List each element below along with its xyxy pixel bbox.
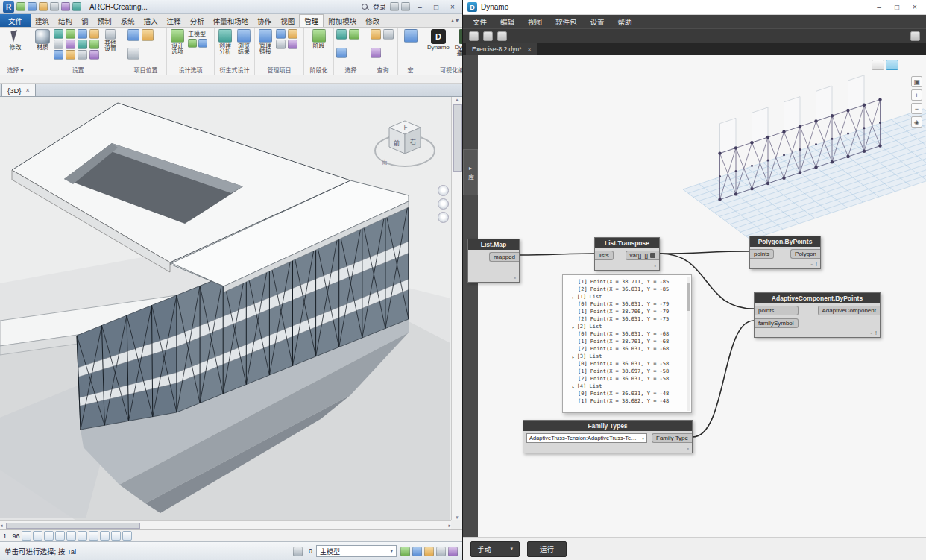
undo-icon[interactable]	[50, 2, 59, 11]
scroll-right-icon[interactable]: ▸	[448, 523, 451, 529]
node-header[interactable]: List.Map	[468, 239, 519, 250]
use-levels-icon[interactable]	[650, 253, 655, 258]
app-menu-icon[interactable]: R	[3, 1, 14, 13]
output-port-mapped[interactable]: mapped	[489, 252, 519, 262]
close-tab-icon[interactable]: ×	[528, 46, 532, 53]
output-port-family-type[interactable]: Family Type	[652, 433, 692, 443]
print-icon[interactable]	[72, 2, 81, 11]
menu-设置[interactable]: 设置	[584, 15, 611, 28]
project-information-icon[interactable]	[78, 29, 87, 39]
menu-文件[interactable]: 文件	[466, 15, 494, 28]
purge-unused-icon[interactable]	[89, 40, 99, 49]
zoom-button[interactable]	[438, 198, 449, 210]
panel-label-macros[interactable]: 宏	[398, 66, 423, 75]
panel-schedule-templates-icon[interactable]	[89, 50, 99, 60]
visual-style-icon[interactable]	[33, 531, 42, 541]
expand-arrow-icon[interactable]: ▸	[572, 324, 575, 330]
horizontal-scrollbar[interactable]: ◂ ▸	[0, 520, 451, 529]
position-icon[interactable]	[127, 48, 139, 60]
open-file-icon[interactable]	[483, 31, 493, 41]
modify-button[interactable]: 修改	[7, 29, 25, 51]
workspace-tab[interactable]: Exercise-8.2.dyn* ×	[466, 43, 537, 55]
save-icon[interactable]	[28, 2, 37, 11]
panel-label-phasing[interactable]: 阶段化	[304, 66, 333, 75]
node-header[interactable]: Polygon.ByPoints	[750, 236, 820, 247]
ribbon-tab-体量和场地[interactable]: 体量和场地	[209, 14, 253, 27]
coordinates-icon[interactable]	[142, 29, 154, 41]
node-polygon-bypoints[interactable]: Polygon.ByPoints points Polygon ▫!	[749, 236, 821, 269]
input-port-familysymbol[interactable]: familySymbol	[755, 318, 799, 328]
search-icon[interactable]	[361, 3, 369, 11]
panel-label-project-location[interactable]: 项目位置	[125, 66, 166, 75]
panel-label-inquiry[interactable]: 查询	[368, 66, 397, 75]
node-header[interactable]: Family Types	[523, 421, 692, 431]
pan-button[interactable]: ◈	[911, 116, 922, 128]
show-constraints-icon[interactable]	[122, 531, 132, 541]
object-styles-icon[interactable]	[54, 29, 63, 39]
view-tab-3d[interactable]: {3D} ×	[1, 84, 36, 96]
manage-links-button[interactable]: 管理 链接	[257, 29, 274, 56]
panel-label-manage-project[interactable]: 管理项目	[255, 66, 303, 75]
panel-label-design-options[interactable]: 设计选项	[167, 66, 214, 75]
scrollbar-thumb[interactable]	[6, 523, 140, 529]
ribbon-tab-钢[interactable]: 钢	[77, 14, 93, 27]
dynamo-button[interactable]: Dynamo	[426, 29, 451, 51]
scroll-up-icon[interactable]: ▴	[456, 97, 459, 103]
transfer-project-standards-icon[interactable]	[78, 40, 87, 49]
editable-only-icon[interactable]	[412, 547, 422, 556]
manage-images-icon[interactable]	[276, 40, 286, 49]
materials-button[interactable]: 材质	[34, 29, 51, 51]
pick-to-edit-icon[interactable]	[198, 39, 207, 48]
menu-编辑[interactable]: 编辑	[494, 15, 521, 28]
node-list-map[interactable]: List.Map mapped ▫	[467, 239, 520, 283]
decal-types-icon[interactable]	[276, 29, 286, 39]
global-parameters-icon[interactable]	[66, 40, 75, 49]
viewcube[interactable]: 上 前 右 南	[371, 110, 438, 182]
exclude-options-icon[interactable]	[424, 547, 434, 556]
phases-button[interactable]: 阶段	[311, 29, 327, 49]
reveal-hidden-elements-icon[interactable]	[100, 531, 110, 541]
zoom-out-button[interactable]: −	[911, 103, 922, 114]
zoom-fit-button[interactable]: ▣	[911, 76, 922, 87]
ribbon-tab-结构[interactable]: 结构	[54, 14, 77, 27]
temporary-hide-isolate-icon[interactable]	[89, 531, 98, 541]
expand-arrow-icon[interactable]: ▸	[572, 354, 575, 359]
shared-parameters-icon[interactable]	[54, 40, 63, 49]
vertical-scrollbar[interactable]: ▴ ▾	[451, 97, 462, 520]
family-type-dropdown[interactable]: AdaptiveTruss-Tension:AdaptiveTruss-Tens…	[526, 433, 647, 443]
scrollbar-thumb[interactable]	[453, 104, 462, 172]
previous-view-button[interactable]	[438, 212, 449, 223]
mep-settings-icon[interactable]	[78, 50, 87, 60]
select-by-id-icon[interactable]	[383, 29, 394, 40]
minimize-button[interactable]: –	[872, 1, 886, 13]
graph-view-button[interactable]	[886, 60, 898, 70]
maximize-button[interactable]: □	[890, 1, 904, 13]
revit-3d-viewport[interactable]: 上 前 右 南 ▴ ▾ ◂ ▸	[0, 97, 462, 529]
active-design-option-icon[interactable]	[188, 39, 197, 48]
load-selection-icon[interactable]	[349, 29, 359, 40]
show-crop-region-icon[interactable]	[78, 531, 87, 541]
preview-bubble[interactable]: [1] Point(X = 38.711, Y = -85[2] Point(X…	[562, 274, 692, 413]
preview-toggle-icon[interactable]: ▫	[514, 275, 516, 280]
temporary-view-properties-icon[interactable]	[111, 531, 121, 541]
ribbon-tab-注释[interactable]: 注释	[163, 14, 186, 27]
sync-with-central-icon[interactable]	[39, 2, 48, 11]
output-port-adaptivecomponent[interactable]: AdaptiveComponent	[818, 306, 881, 315]
ribbon-tab-建筑[interactable]: 建筑	[31, 14, 54, 27]
zoom-in-button[interactable]: +	[911, 89, 922, 101]
run-button[interactable]: 运行	[527, 541, 567, 557]
create-study-button[interactable]: 创建 分析	[217, 29, 233, 56]
dynamo-canvas[interactable]: ▸ 库 ▣+−◈ List.Map mapped ▫ List.Transpos…	[463, 55, 926, 537]
node-header[interactable]: List.Transpose	[595, 238, 659, 248]
filter-icon[interactable]	[448, 547, 458, 556]
press-drag-icon[interactable]	[436, 547, 446, 556]
starting-view-icon[interactable]	[288, 29, 297, 39]
maximize-button[interactable]: □	[429, 1, 443, 13]
signin-label[interactable]: 登录	[373, 2, 386, 12]
ribbon-options-icon[interactable]: ▾	[456, 17, 459, 24]
ribbon-tab-协作[interactable]: 协作	[253, 14, 276, 27]
scroll-left-icon[interactable]: ◂	[0, 523, 3, 529]
preview-toggle-icon[interactable]: ▫	[655, 263, 656, 268]
new-file-icon[interactable]	[469, 31, 479, 41]
close-button[interactable]: ×	[446, 1, 459, 13]
